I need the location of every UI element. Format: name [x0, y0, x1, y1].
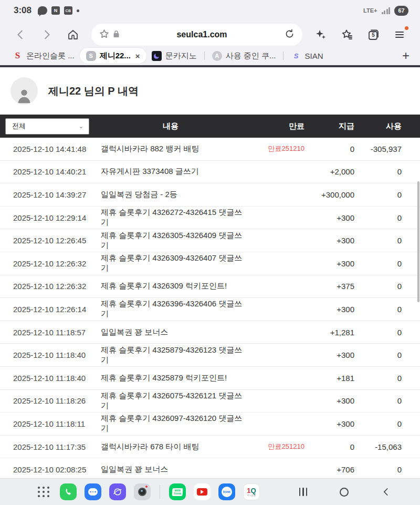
row-used-amount: -305,937	[354, 145, 402, 153]
row-used-amount: 0	[354, 282, 402, 291]
column-header-content: 내용	[92, 121, 249, 131]
chevron-down-icon: ⌄	[79, 123, 83, 130]
hana-1q-app-icon[interactable]: 1Q 하나은행	[243, 483, 260, 500]
column-header-given: 지급	[304, 121, 354, 131]
row-description: 제휴 슬롯후기 4326396-4326406 댓글쓰기	[100, 299, 249, 319]
row-used-amount: 0	[354, 374, 402, 383]
app-drawer-button[interactable]	[38, 487, 50, 497]
table-row: 2025-12-10 12:26:45 제휴 슬롯후기 4326305-4326…	[0, 229, 420, 252]
webtoon-app-icon[interactable]: WEB TOON	[169, 483, 186, 500]
url-text: seulca1.com	[120, 30, 284, 39]
tab-strip: S 온라인슬롯 ... S 제니22... × 문카지노 A 사용 중인 쿠..…	[0, 48, 420, 67]
row-datetime: 2025-12-10 11:18:26	[13, 396, 100, 405]
table-row: 2025-12-10 11:18:57 일일복권 꽝 보너스 +1,281 0	[0, 321, 420, 344]
row-description: 제휴 슬롯후기 4326309-4326407 댓글쓰기	[100, 253, 249, 273]
status-bar: 3:08 N CB LTE+ 67	[0, 0, 420, 21]
row-given-amount: +300	[304, 419, 354, 428]
dock-divider	[160, 485, 160, 499]
row-used-amount: 0	[354, 396, 402, 405]
recents-nav-button[interactable]	[299, 488, 308, 496]
row-given-amount: +300	[304, 351, 354, 359]
bookmarks-button[interactable]	[335, 23, 359, 46]
table-row: 2025-12-10 11:18:40 제휴 슬롯후기 4325879-4326…	[0, 344, 420, 367]
column-header-expiry: 만료	[249, 121, 304, 131]
new-tab-button[interactable]: +	[397, 48, 415, 63]
row-datetime: 2025-12-10 14:40:21	[13, 167, 100, 176]
row-used-amount: 0	[354, 259, 402, 268]
signal-strength-icon	[382, 7, 391, 14]
row-given-amount: +300	[304, 259, 354, 268]
slot-site-favicon: S	[13, 51, 23, 61]
bank-app-icon[interactable]: BANK	[218, 483, 235, 500]
bank-logo: BANK	[223, 490, 230, 493]
youtube-app-icon[interactable]	[194, 483, 211, 500]
bookmark-star-icon[interactable]	[99, 28, 110, 42]
row-datetime: 2025-12-10 14:39:27	[13, 190, 100, 199]
row-given-amount: +181	[304, 374, 354, 383]
tab-label: SIAN	[304, 51, 323, 60]
browser-app-icon[interactable]	[109, 483, 126, 500]
row-given-amount: +1,281	[304, 328, 354, 337]
row-given-amount: +300,000	[304, 190, 354, 199]
row-description: 제휴 슬롯후기 4325879-4326123 댓글쓰기	[100, 345, 249, 365]
row-description: 제휴 슬롯후기 4326272-4326415 댓글쓰기	[100, 208, 249, 228]
battery-indicator: 67	[394, 6, 408, 16]
lock-icon	[113, 30, 120, 40]
forward-button[interactable]	[35, 23, 59, 46]
table-row: 2025-12-10 11:18:40 제휴 슬롯후기 4325879 럭키포인…	[0, 367, 420, 390]
taskbar: WEB TOON BANK 1Q 하나은행	[0, 478, 420, 505]
back-nav-button[interactable]	[381, 487, 391, 497]
camera-app-icon[interactable]	[134, 483, 151, 500]
page-title: 제니22 님의 P 내역	[48, 84, 139, 98]
row-given-amount: +300	[304, 213, 354, 222]
cb-notification-icon: CB	[64, 6, 72, 15]
row-datetime: 2025-12-10 14:41:48	[13, 145, 100, 153]
tab-online-slot[interactable]: S 온라인슬롯 ...	[7, 48, 80, 64]
row-datetime: 2025-12-10 11:18:11	[13, 419, 100, 428]
table-row: 2025-12-10 14:40:21 자유게시판 3373408 글쓰기 +2…	[0, 161, 420, 184]
menu-update-badge	[405, 26, 408, 30]
tab-jenny22-active[interactable]: S 제니22... ×	[80, 48, 146, 64]
row-used-amount: 0	[354, 190, 402, 199]
seulca-favicon: S	[86, 51, 96, 61]
tabs-button[interactable]: 5	[361, 23, 385, 46]
close-tab-icon[interactable]: ×	[135, 51, 140, 60]
home-button[interactable]	[61, 23, 85, 46]
row-given-amount: +300	[304, 396, 354, 405]
filter-select[interactable]: 전체 ⌄	[5, 118, 89, 135]
webtoon-logo: WEB TOON	[172, 488, 183, 496]
row-description: 제휴 슬롯후기 4326305-4326409 댓글쓰기	[100, 231, 249, 251]
tab-separator	[204, 51, 205, 60]
tab-mooncasino[interactable]: 문카지노	[146, 48, 202, 64]
row-datetime: 2025-12-10 11:18:40	[13, 351, 100, 359]
row-description: 제휴 슬롯후기 4326309 럭키포인트!	[100, 281, 249, 291]
table-row: 2025-12-10 12:26:14 제휴 슬롯후기 4326396-4326…	[0, 298, 420, 321]
row-used-amount: 0	[354, 419, 402, 428]
tab-sian[interactable]: S SIAN	[286, 48, 328, 64]
phone-app-icon[interactable]	[60, 483, 77, 500]
ai-assist-button[interactable]	[309, 23, 333, 46]
table-row: 2025-12-10 14:41:48 갤럭시바카라 882 뱅커 배팅 만료2…	[0, 138, 420, 161]
row-description: 제휴 슬롯후기 4325879 럭키포인트!	[100, 373, 249, 383]
sian-favicon: S	[291, 51, 301, 61]
back-button[interactable]	[8, 23, 33, 46]
table-row: 2025-12-10 11:17:35 갤럭시바카라 678 타이 배팅 만료2…	[0, 436, 420, 459]
row-datetime: 2025-12-10 11:17:35	[13, 442, 100, 451]
url-bar[interactable]: seulca1.com	[91, 24, 302, 46]
refresh-icon[interactable]	[284, 28, 295, 42]
home-nav-button[interactable]	[340, 488, 349, 497]
row-expiry-badge: 만료251210	[249, 442, 304, 451]
row-expiry-badge: 만료251210	[249, 144, 304, 153]
row-description: 갤럭시바카라 882 뱅커 배팅	[100, 144, 249, 154]
tab-coupons[interactable]: A 사용 중인 쿠...	[207, 48, 281, 64]
table-row: 2025-12-10 11:18:26 제휴 슬롯후기 4326075-4326…	[0, 390, 420, 413]
column-header-used: 사용	[354, 121, 402, 131]
menu-button[interactable]	[387, 23, 412, 46]
row-given-amount: +706	[304, 465, 354, 474]
scrollbar-thumb[interactable]	[417, 181, 419, 302]
row-used-amount: 0	[354, 351, 402, 359]
table-row: 2025-12-10 12:26:32 제휴 슬롯후기 4326309-4326…	[0, 252, 420, 275]
phone-screen: 3:08 N CB LTE+ 67 seul	[0, 0, 420, 505]
messages-app-icon[interactable]	[85, 483, 101, 500]
page-header: 제니22 님의 P 내역	[0, 67, 420, 115]
